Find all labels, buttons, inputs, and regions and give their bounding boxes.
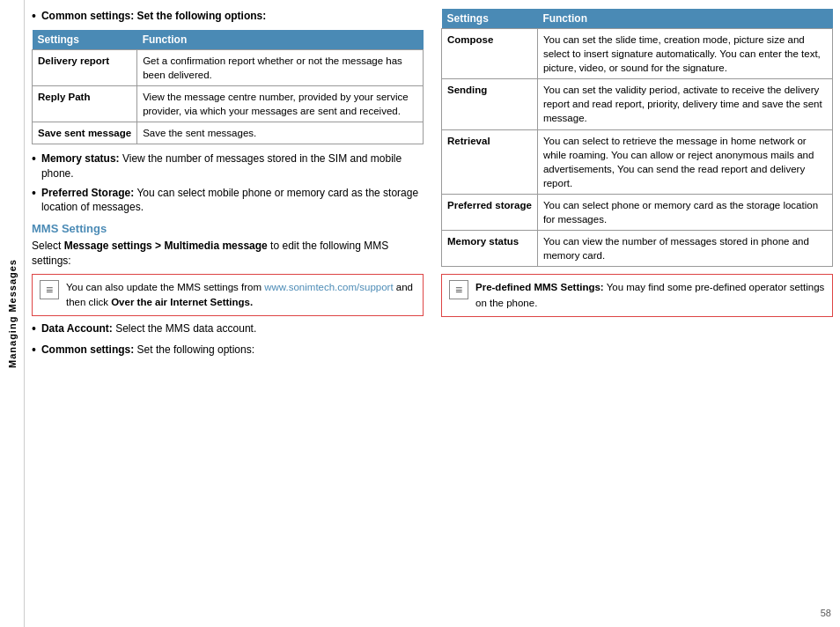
right-table-cell-setting: Retrieval (442, 129, 538, 194)
note-text: You can also update the MMS settings fro… (66, 280, 416, 311)
right-table-cell-function: You can select phone or memory card as t… (537, 194, 832, 230)
right-panel: Settings Function Compose You can set th… (438, 9, 833, 618)
note-link[interactable]: www.sonimtech.com/support (264, 282, 393, 292)
right-table-cell-function: You can view the number of messages stor… (537, 231, 832, 267)
right-table-header-settings: Settings (442, 9, 538, 29)
right-table-cell-setting: Memory status (442, 231, 538, 267)
left-table-cell-function: Save the sent messages. (137, 122, 424, 144)
data-account-bullet: Data Account: Select the MMS data accoun… (32, 321, 424, 338)
left-intro-text: Common settings: Set the following optio… (41, 9, 266, 24)
preferred-storage-bullet: Preferred Storage: You can select mobile… (32, 186, 424, 216)
left-table-row: Delivery report Get a confirmation repor… (33, 49, 424, 85)
left-table-cell-setting: Delivery report (33, 49, 137, 85)
right-table-cell-function: You can set the validity period, activat… (537, 79, 832, 129)
memory-status-text: Memory status: View the number of messag… (41, 151, 424, 181)
right-table-cell-setting: Sending (442, 79, 538, 129)
left-table-cell-setting: Reply Path (33, 85, 137, 122)
right-table-wrap: Settings Function Compose You can set th… (441, 9, 833, 267)
left-table-cell-function: View the message centre number, provided… (137, 85, 424, 122)
right-table-header-function: Function (537, 9, 832, 29)
left-table-cell-function: Get a confirmation report whether or not… (137, 49, 424, 85)
right-note-text: Pre-defined MMS Settings: You may find s… (475, 280, 825, 311)
main-content: Common settings: Set the following optio… (25, 0, 840, 627)
right-table-row: Sending You can set the validity period,… (442, 79, 833, 129)
preferred-storage-text: Preferred Storage: You can select mobile… (41, 186, 424, 216)
mms-note-box: ≡ You can also update the MMS settings f… (32, 274, 424, 317)
right-table-row: Preferred storage You can select phone o… (442, 194, 833, 230)
right-note-box: ≡ Pre-defined MMS Settings: You may find… (441, 274, 833, 317)
left-table: Settings Function Delivery report Get a … (32, 30, 424, 144)
right-table-cell-setting: Compose (442, 29, 538, 79)
sidebar-label: Managing Messages (7, 259, 18, 368)
data-account-text: Data Account: Select the MMS data accoun… (41, 321, 256, 336)
left-table-row: Save sent message Save the sent messages… (33, 122, 424, 144)
mms-intro: Select Message settings > Multimedia mes… (32, 239, 424, 269)
mms-settings-title: MMS Settings (32, 222, 424, 235)
left-panel: Common settings: Set the following optio… (32, 9, 429, 618)
sidebar: Managing Messages (0, 0, 25, 627)
right-table-cell-setting: Preferred storage (442, 194, 538, 230)
right-table: Settings Function Compose You can set th… (441, 9, 833, 267)
common-settings-text2: Common settings: Set the following optio… (41, 343, 254, 358)
right-table-cell-function: You can select to retrieve the message i… (537, 129, 832, 194)
memory-status-bullet: Memory status: View the number of messag… (32, 151, 424, 181)
note-icon: ≡ (40, 280, 59, 299)
left-table-row: Reply Path View the message centre numbe… (33, 85, 424, 122)
right-table-cell-function: You can set the slide time, creation mod… (537, 29, 832, 79)
common-settings-bullet2: Common settings: Set the following optio… (32, 343, 424, 359)
left-intro-bullet: Common settings: Set the following optio… (32, 9, 424, 26)
common-settings-label: Common settings: Set the following optio… (41, 10, 266, 22)
left-table-header-function: Function (137, 30, 424, 50)
left-table-header-settings: Settings (33, 30, 137, 50)
right-table-row: Memory status You can view the number of… (442, 231, 833, 267)
right-table-row: Retrieval You can select to retrieve the… (442, 129, 833, 194)
right-table-row: Compose You can set the slide time, crea… (442, 29, 833, 79)
left-table-cell-setting: Save sent message (33, 122, 137, 144)
right-note-icon: ≡ (449, 280, 468, 299)
page-number: 58 (821, 608, 831, 618)
